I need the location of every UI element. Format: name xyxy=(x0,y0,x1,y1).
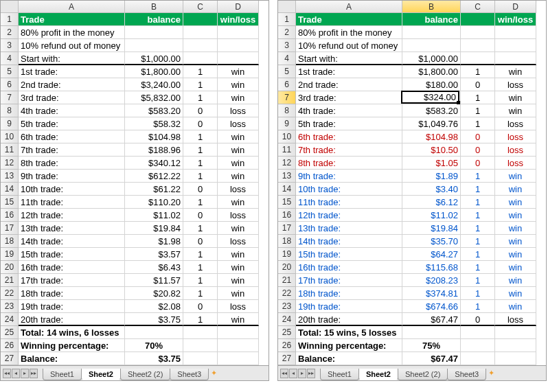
cell[interactable]: 14th trade: xyxy=(19,235,125,248)
cell[interactable]: win xyxy=(218,91,259,104)
row-header[interactable]: 22 xyxy=(278,287,296,300)
cell[interactable] xyxy=(183,52,218,65)
row-header[interactable]: 10 xyxy=(1,130,19,143)
cell[interactable]: win xyxy=(495,261,536,274)
row-header[interactable]: 21 xyxy=(278,274,296,287)
cell[interactable] xyxy=(218,52,259,65)
cell[interactable]: 1st trade: xyxy=(19,65,125,78)
nav-prev-icon[interactable]: ◂ xyxy=(12,369,20,378)
cell[interactable]: 9th trade: xyxy=(19,170,125,183)
row-header[interactable]: 14 xyxy=(278,183,296,196)
cell[interactable]: 1 xyxy=(461,65,495,78)
cell[interactable] xyxy=(183,339,218,352)
row-header[interactable]: 2 xyxy=(1,26,19,39)
cell[interactable]: win xyxy=(495,248,536,261)
cell[interactable]: win xyxy=(495,287,536,300)
cell[interactable]: loss xyxy=(495,313,536,326)
cell[interactable]: win xyxy=(218,170,259,183)
row-header[interactable]: 26 xyxy=(1,339,19,352)
cell[interactable]: Trade xyxy=(19,13,125,26)
row-header[interactable]: 23 xyxy=(278,300,296,313)
col-header-d[interactable]: D xyxy=(218,1,259,13)
cell[interactable]: 1 xyxy=(183,248,218,261)
row-header[interactable]: 10 xyxy=(278,130,296,143)
cell[interactable]: win xyxy=(495,170,536,183)
cell[interactable]: 1 xyxy=(183,143,218,157)
row-header[interactable]: 18 xyxy=(278,235,296,248)
cell[interactable]: Start with: xyxy=(19,52,125,65)
cell[interactable]: loss xyxy=(218,235,259,248)
cell[interactable]: Balance: xyxy=(296,352,402,365)
cell[interactable]: 19th trade: xyxy=(19,300,125,313)
cell[interactable]: $2.08 xyxy=(125,300,183,313)
new-sheet-icon[interactable]: ✦ xyxy=(488,369,494,378)
cell[interactable]: $674.66 xyxy=(402,300,461,313)
cell[interactable]: 7th trade: xyxy=(296,143,402,157)
cell[interactable]: loss xyxy=(495,130,536,143)
cell[interactable] xyxy=(495,39,536,52)
cell[interactable] xyxy=(183,326,218,339)
cell[interactable]: loss xyxy=(218,183,259,196)
cell[interactable]: $67.47 xyxy=(402,352,461,365)
cell[interactable]: $1.05 xyxy=(402,157,461,170)
row-header[interactable]: 14 xyxy=(1,183,19,196)
cell[interactable]: $583.20 xyxy=(125,104,183,117)
cell[interactable]: 11th trade: xyxy=(296,196,402,209)
col-header-a[interactable]: A xyxy=(19,1,125,13)
cell[interactable]: $6.12 xyxy=(402,196,461,209)
cell[interactable]: $104.98 xyxy=(402,130,461,143)
cell[interactable] xyxy=(218,326,259,339)
sheet-tab[interactable]: Sheet2 xyxy=(358,369,398,380)
cell[interactable] xyxy=(495,26,536,39)
cell[interactable]: 1 xyxy=(183,157,218,170)
cell[interactable]: loss xyxy=(218,300,259,313)
col-header-a[interactable]: A xyxy=(296,1,402,13)
cell[interactable]: $1,000.00 xyxy=(402,52,461,65)
sheet-tab[interactable]: Sheet1 xyxy=(320,369,359,380)
row-header[interactable]: 21 xyxy=(1,274,19,287)
cell[interactable]: win xyxy=(495,274,536,287)
cell[interactable]: 1 xyxy=(183,91,218,104)
cell[interactable]: $11.57 xyxy=(125,274,183,287)
cell[interactable]: win/loss xyxy=(495,13,536,26)
row-header[interactable]: 3 xyxy=(278,39,296,52)
cell[interactable]: 17th trade: xyxy=(296,274,402,287)
cell[interactable]: 9th trade: xyxy=(296,170,402,183)
col-header-c[interactable]: C xyxy=(183,1,218,13)
cell[interactable]: 8th trade: xyxy=(19,157,125,170)
nav-last-icon[interactable]: ▸▸ xyxy=(307,369,315,378)
cell[interactable] xyxy=(461,26,495,39)
cell[interactable]: balance xyxy=(402,13,461,26)
cell[interactable] xyxy=(183,352,218,365)
cell[interactable]: 5th trade: xyxy=(296,117,402,130)
cell[interactable]: 6th trade: xyxy=(296,130,402,143)
cell[interactable]: 10th trade: xyxy=(19,183,125,196)
cell[interactable]: 1 xyxy=(461,235,495,248)
row-header[interactable]: 13 xyxy=(278,170,296,183)
cell[interactable]: $208.23 xyxy=(402,274,461,287)
row-header[interactable]: 5 xyxy=(1,65,19,78)
cell[interactable]: 1 xyxy=(461,91,495,104)
cell[interactable]: loss xyxy=(218,104,259,117)
cell[interactable]: $35.70 xyxy=(402,235,461,248)
row-header[interactable]: 27 xyxy=(278,352,296,365)
cell[interactable]: $1,000.00 xyxy=(125,52,183,65)
cell[interactable]: 0 xyxy=(461,130,495,143)
cell[interactable]: 80% profit in the money xyxy=(19,26,125,39)
row-header[interactable]: 8 xyxy=(278,104,296,117)
cell[interactable]: loss xyxy=(495,78,536,91)
cell[interactable]: $104.98 xyxy=(125,130,183,143)
row-header[interactable]: 8 xyxy=(1,104,19,117)
cell[interactable]: $64.27 xyxy=(402,248,461,261)
row-header[interactable]: 17 xyxy=(1,222,19,235)
cell[interactable]: $58.32 xyxy=(125,117,183,130)
cell[interactable]: 0 xyxy=(183,300,218,313)
cell[interactable] xyxy=(183,13,218,26)
cell[interactable]: 80% profit in the money xyxy=(296,26,402,39)
cell[interactable]: $61.22 xyxy=(125,183,183,196)
row-header[interactable]: 25 xyxy=(278,326,296,339)
cell[interactable]: $19.84 xyxy=(402,222,461,235)
cell[interactable]: Trade xyxy=(296,13,402,26)
row-header[interactable]: 11 xyxy=(278,143,296,157)
cell[interactable]: 75% xyxy=(402,339,461,352)
